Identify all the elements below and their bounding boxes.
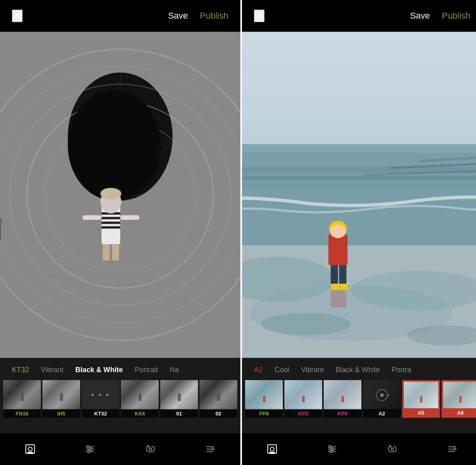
svg-rect-56 xyxy=(328,234,347,265)
right-category-vibrant[interactable]: Vibrant xyxy=(295,366,330,374)
filter-thumb-a2-label: A2 xyxy=(363,409,401,418)
svg-point-28 xyxy=(28,447,32,451)
thumb-person-color xyxy=(459,396,462,403)
svg-point-72 xyxy=(391,448,393,450)
filter-thumb-kx4-label: KX4 xyxy=(121,409,159,418)
svg-rect-20 xyxy=(103,244,110,261)
svg-rect-22 xyxy=(83,215,102,220)
filter-thumb-fp8-img xyxy=(245,380,283,410)
left-category-kt32[interactable]: KT32 xyxy=(6,366,35,374)
svg-rect-16 xyxy=(102,222,120,224)
svg-point-58 xyxy=(330,225,346,238)
filter-thumb-fn16[interactable]: FN16 xyxy=(3,380,41,418)
filter-thumb-kp2-img xyxy=(284,380,322,410)
svg-rect-54 xyxy=(331,262,338,284)
filter-thumb-02-img xyxy=(200,380,237,410)
svg-point-34 xyxy=(88,450,90,453)
left-toolbar-revert-icon[interactable] xyxy=(142,441,158,457)
right-toolbar-adjustments-icon[interactable] xyxy=(324,441,340,457)
svg-rect-15 xyxy=(102,217,120,219)
right-save-button[interactable]: Save xyxy=(410,11,430,21)
filter-thumb-kx4-img xyxy=(121,380,159,410)
bw-photo-svg xyxy=(0,32,240,358)
export-icon-svg-r xyxy=(447,444,458,455)
filter-thumb-a8[interactable]: A8 xyxy=(441,380,476,418)
svg-rect-21 xyxy=(112,244,119,261)
filter-thumb-fp8[interactable]: FP8 xyxy=(245,380,283,418)
svg-rect-59 xyxy=(331,290,347,307)
svg-rect-43 xyxy=(242,176,476,180)
svg-point-50 xyxy=(261,313,351,336)
svg-point-69 xyxy=(329,446,331,448)
svg-point-65 xyxy=(270,447,274,451)
svg-point-32 xyxy=(87,446,89,448)
left-category-na[interactable]: Na xyxy=(164,366,185,374)
left-save-button[interactable]: Save xyxy=(168,11,188,21)
svg-rect-55 xyxy=(339,262,346,284)
filter-thumb-kp2-label: KP2 xyxy=(284,409,322,418)
left-toolbar-adjustments-icon[interactable] xyxy=(82,441,98,457)
left-publish-button[interactable]: Publish xyxy=(200,11,228,21)
filter-thumb-01[interactable]: 01 xyxy=(160,380,198,418)
right-toolbar-filters-icon[interactable] xyxy=(264,441,280,457)
filter-thumb-kp9[interactable]: KP9 xyxy=(324,380,361,418)
right-panel: ✕ Save Publish xyxy=(242,0,476,465)
svg-rect-64 xyxy=(269,452,275,453)
left-header-actions: Save Publish xyxy=(168,11,228,21)
svg-point-71 xyxy=(330,450,332,453)
filters-icon-svg xyxy=(25,444,36,455)
filter-thumb-kt32-dots: • • • xyxy=(82,380,119,410)
filter-thumb-a2[interactable]: A2 xyxy=(363,380,401,418)
thumb-person xyxy=(60,393,63,401)
thumb-person xyxy=(178,393,181,401)
right-category-bw[interactable]: Black & White xyxy=(330,366,386,374)
filter-thumb-02[interactable]: 02 xyxy=(200,380,237,418)
filter-thumb-a8-label: A8 xyxy=(442,408,476,417)
filter-thumb-a8-img xyxy=(442,381,476,411)
svg-point-33 xyxy=(90,448,92,450)
left-photo-area xyxy=(0,32,240,358)
left-close-button[interactable]: ✕ xyxy=(12,10,23,22)
right-category-portrait[interactable]: Portra xyxy=(386,366,417,374)
left-category-vibrant[interactable]: Vibrant xyxy=(35,366,69,374)
svg-point-12 xyxy=(68,90,161,201)
left-toolbar-filters-icon[interactable] xyxy=(22,441,38,457)
left-toolbar-export-icon[interactable] xyxy=(202,441,218,457)
svg-point-70 xyxy=(332,448,334,450)
svg-rect-45 xyxy=(242,144,476,152)
right-close-button[interactable]: ✕ xyxy=(254,10,265,22)
a2-target-icon xyxy=(376,389,388,401)
filter-thumb-kt32[interactable]: • • • KT32 xyxy=(82,380,119,418)
filter-thumb-kx4[interactable]: KX4 xyxy=(121,380,159,418)
filter-thumb-a5-label: A5 xyxy=(403,408,439,417)
svg-rect-23 xyxy=(120,215,139,220)
left-category-portrait[interactable]: Portrait xyxy=(129,366,164,374)
filter-thumb-fn16-img xyxy=(3,380,41,410)
filter-thumb-kp9-img xyxy=(324,380,361,410)
svg-point-19 xyxy=(100,188,121,199)
filter-thumb-fp8-label: FP8 xyxy=(245,409,283,418)
filter-thumb-ih5[interactable]: IH5 xyxy=(42,380,80,418)
revert-icon-svg-r xyxy=(387,444,398,455)
thumb-person xyxy=(138,393,142,401)
filter-thumb-kt32-label: KT32 xyxy=(82,409,119,418)
thumb-person xyxy=(217,393,220,401)
filter-thumb-01-label: 01 xyxy=(160,409,198,418)
right-publish-button[interactable]: Publish xyxy=(442,11,470,21)
right-category-a2[interactable]: A2 xyxy=(248,366,269,374)
left-bottom-toolbar xyxy=(0,433,240,465)
svg-rect-27 xyxy=(27,452,33,453)
left-header: ✕ Save Publish xyxy=(0,0,240,32)
left-category-bw[interactable]: Black & White xyxy=(69,366,129,374)
filter-thumb-02-label: 02 xyxy=(200,409,237,418)
right-toolbar-revert-icon[interactable] xyxy=(384,441,400,457)
right-toolbar-export-icon[interactable] xyxy=(444,441,460,457)
right-filter-categories: A2 Cool Vibrant Black & White Portra xyxy=(242,366,476,374)
filter-thumb-kp2[interactable]: KP2 xyxy=(284,380,322,418)
filter-thumb-a5[interactable]: A5 xyxy=(402,380,440,418)
right-filter-strip: A2 Cool Vibrant Black & White Portra FP8… xyxy=(242,358,476,433)
filter-thumb-fn16-label: FN16 xyxy=(3,409,41,418)
filter-thumb-01-img xyxy=(160,380,198,410)
filter-thumb-a5-img xyxy=(403,381,439,411)
right-category-cool[interactable]: Cool xyxy=(269,366,295,374)
